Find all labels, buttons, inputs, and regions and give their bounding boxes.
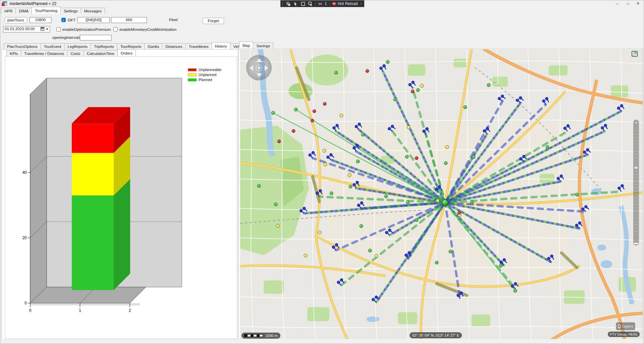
order-status-dot-green[interactable] [330, 192, 333, 195]
order-status-dot-yellow[interactable] [407, 126, 410, 129]
report-tab-distances[interactable]: Distances [162, 43, 186, 49]
order-status-dot-green[interactable] [435, 261, 438, 264]
opening-intervals-input[interactable] [80, 35, 112, 41]
order-status-dot-yellow[interactable] [324, 163, 327, 166]
order-status-dot-green[interactable] [334, 71, 338, 74]
enable-monetary-cost-minimization-checkbox[interactable] [113, 27, 118, 31]
report-tab-plantoursoptions[interactable]: PlanToursOptions [4, 43, 41, 49]
display-layout-adorners-icon[interactable] [301, 1, 306, 6]
chevron-down-icon[interactable]: ▼ [46, 27, 49, 31]
order-status-dot-red[interactable] [366, 69, 369, 73]
order-status-dot-yellow[interactable] [304, 254, 307, 257]
hotkey-breakpoint-icon[interactable] [318, 1, 322, 6]
order-status-dot-red[interactable] [415, 156, 418, 160]
order-status-dot-green[interactable] [349, 185, 352, 188]
select-element-icon[interactable] [293, 1, 298, 6]
order-status-dot-green[interactable] [576, 193, 579, 196]
order-status-dot-green[interactable] [444, 161, 447, 165]
order-status-dot-green[interactable] [274, 203, 277, 206]
datetime-picker[interactable]: 01.01.2023 00:00 ▼ [3, 26, 50, 32]
plan-tours-button[interactable]: planTours [4, 17, 27, 23]
order-status-dot-yellow[interactable] [323, 149, 326, 152]
report-tab-tripreports[interactable]: TripReports [91, 43, 117, 49]
toolbar-grip-icon[interactable] [282, 1, 283, 6]
order-status-dot-yellow[interactable] [375, 254, 378, 258]
enable-optimization-premium-checkbox[interactable] [56, 27, 61, 31]
order-status-dot-red[interactable] [292, 129, 295, 133]
close-button[interactable]: ✕ [633, 0, 643, 7]
interval-input[interactable]: 10800 [30, 17, 51, 23]
order-status-dot-green[interactable] [393, 98, 397, 101]
report-tab-traveltimes[interactable]: Traveltimes [185, 43, 212, 49]
right-tab-savings[interactable]: Savings [253, 43, 273, 49]
history-tab-kpis[interactable]: KPIs [6, 50, 21, 56]
toolbar-collapse-chevron-icon[interactable]: ‹ [360, 1, 362, 6]
map-pan-control[interactable] [246, 55, 272, 80]
order-status-dot-green[interactable] [406, 201, 410, 204]
order-status-dot-green[interactable] [514, 289, 517, 292]
report-tab-history[interactable]: History [212, 42, 230, 49]
order-status-dot-yellow[interactable] [445, 145, 449, 149]
live-visual-tree-icon[interactable] [286, 1, 291, 6]
gft-pattern-input[interactable]: [{h8}{h9}] [77, 17, 110, 23]
order-status-dot-green[interactable] [271, 111, 275, 115]
order-status-dot-yellow[interactable] [436, 199, 439, 202]
hot-reload-button[interactable]: Hot Reload [332, 1, 358, 6]
order-status-dot-green[interactable] [416, 88, 420, 92]
pan-right-icon[interactable] [265, 65, 268, 71]
order-status-dot-green[interactable] [449, 250, 452, 253]
order-status-dot-green[interactable] [546, 145, 549, 149]
order-status-dot-yellow[interactable] [276, 224, 279, 227]
history-tab-costs[interactable]: Costs [67, 50, 84, 56]
order-status-dot-red[interactable] [323, 102, 326, 106]
pan-center-dot[interactable] [258, 67, 260, 69]
pan-left-icon[interactable] [250, 65, 253, 71]
order-status-dot-green[interactable] [472, 155, 475, 159]
report-tab-tourevent[interactable]: TourEvent [41, 43, 65, 49]
order-status-dot-green[interactable] [405, 155, 409, 158]
order-status-dot-green[interactable] [361, 133, 365, 136]
order-status-dot-green[interactable] [384, 195, 388, 198]
report-tab-gantts[interactable]: Gantts [144, 43, 162, 49]
main-tab-hpr[interactable]: HPR [1, 8, 16, 14]
track-focused-element-icon[interactable] [308, 1, 313, 6]
order-status-dot-green[interactable] [294, 108, 298, 111]
main-tab-messages[interactable]: Messages [81, 8, 105, 14]
order-status-dot-red[interactable] [277, 140, 281, 143]
order-status-dot-yellow[interactable] [318, 231, 321, 234]
pan-down-icon[interactable] [257, 73, 262, 77]
order-status-dot-green[interactable] [464, 106, 467, 109]
order-status-dot-green[interactable] [499, 264, 502, 267]
report-tab-legreports[interactable]: LegReports [64, 43, 91, 49]
order-status-dot-green[interactable] [368, 249, 372, 252]
main-tab-settings[interactable]: Settings [60, 8, 81, 14]
history-tab-traveltimes-distances[interactable]: Traveltimes / Distances [21, 50, 67, 56]
order-status-dot-red[interactable] [311, 119, 314, 122]
map-zoom-slider[interactable]: + ▬ [633, 120, 639, 246]
zoom-out-icon[interactable]: ▬ [633, 240, 639, 245]
order-status-dot-green[interactable] [356, 160, 360, 163]
right-tab-map[interactable]: Map [239, 42, 253, 49]
calendar-icon[interactable] [41, 27, 44, 31]
order-status-dot-green[interactable] [415, 218, 418, 222]
order-status-dot-yellow[interactable] [348, 174, 351, 177]
zoom-in-icon[interactable]: + [633, 120, 639, 125]
map-canvas[interactable]: + ▬ 1000 m 52° 35′ 04″ N, 013° 14′ 27″ E… [240, 49, 643, 340]
order-status-dot-red[interactable] [313, 110, 316, 113]
order-status-dot-green[interactable] [386, 60, 389, 64]
history-tab-orders[interactable]: Orders [117, 49, 136, 56]
overview-map-toggle-icon[interactable] [632, 51, 638, 57]
pan-up-icon[interactable] [257, 58, 262, 62]
minimize-button[interactable]: – [612, 0, 622, 7]
order-status-dot-yellow[interactable] [420, 84, 424, 87]
fleet-input[interactable]: 666 [111, 17, 147, 23]
main-tab-dima[interactable]: DIMA [15, 8, 32, 14]
order-status-dot-red[interactable] [411, 90, 414, 93]
maximize-button[interactable]: □ [623, 0, 633, 7]
order-status-dot-yellow[interactable] [340, 114, 343, 117]
report-tab-tourreports[interactable]: TourReports [117, 43, 145, 49]
gft-checkbox[interactable]: ✓ [61, 18, 66, 22]
order-status-dot-green[interactable] [487, 83, 490, 87]
order-status-dot-green[interactable] [257, 184, 261, 188]
depot-hub-marker[interactable] [442, 200, 448, 206]
